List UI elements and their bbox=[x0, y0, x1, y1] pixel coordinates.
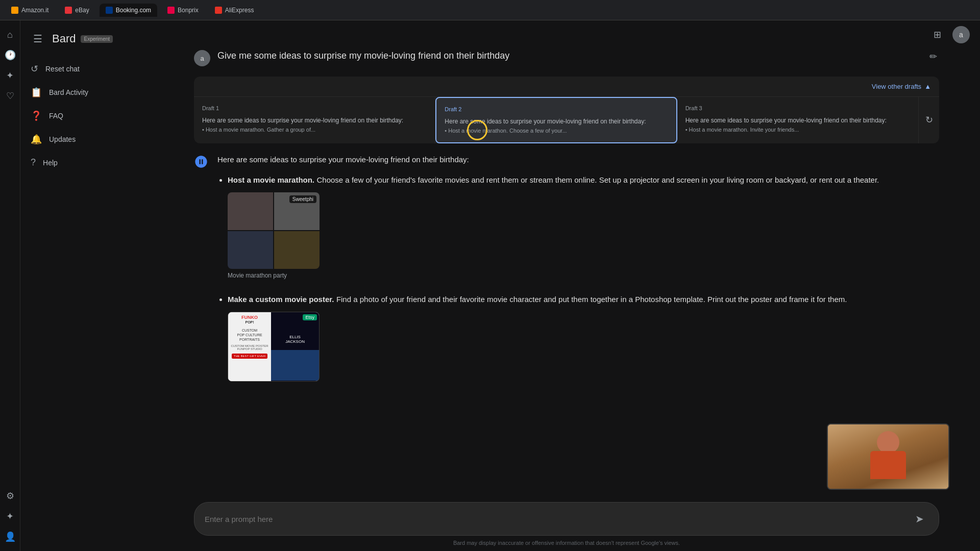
sidebar-item-bard-activity[interactable]: 📋 Bard Activity bbox=[20, 81, 153, 104]
draft-refresh-button[interactable]: ↻ bbox=[919, 97, 939, 143]
draft-2-label: Draft 2 bbox=[445, 105, 668, 114]
tab-aliexpress[interactable]: AliExpress bbox=[209, 4, 260, 17]
home-icon[interactable]: ⌂ bbox=[1, 26, 19, 44]
send-button[interactable]: ➤ bbox=[910, 510, 928, 528]
tab-aliexpress-label: AliExpress bbox=[225, 7, 254, 14]
drafts-section: View other drafts ▲ Draft 1 Here are som… bbox=[194, 77, 939, 143]
draft-3-text: Here are some ideas to surprise your mov… bbox=[685, 116, 910, 134]
etsy-badge: Etsy bbox=[303, 314, 317, 320]
response-bullet-2: Make a custom movie poster. Find a photo… bbox=[228, 293, 939, 382]
response-bullet-list: Host a movie marathon. Choose a few of y… bbox=[217, 174, 939, 382]
ebay-favicon bbox=[65, 7, 72, 14]
funko-detail: CUSTOM MOVIE POSTERFUNPOP STUDIO bbox=[231, 344, 268, 350]
edit-icon[interactable]: ✏ bbox=[927, 49, 939, 64]
person-head-shape bbox=[877, 431, 899, 454]
poster-image-wrapper: FUNKOPOP! CUSTOMPOP CULTUREPORTRAITS CUS… bbox=[228, 312, 320, 382]
drafts-grid: Draft 1 Here are some ideas to surprise … bbox=[194, 97, 939, 143]
person-torso bbox=[870, 451, 906, 479]
movie-marathon-image-container: Sweetphi Movie marathon party bbox=[228, 192, 320, 279]
app-layout: ⌂ 🕐 ✦ ♡ ⚙ ✦ 👤 ☰ Bard Experiment ↺ Reset … bbox=[0, 20, 980, 551]
grid-icon[interactable]: ⊞ bbox=[928, 26, 946, 44]
bonprix-favicon bbox=[167, 7, 175, 14]
tab-amazon-label: Amazon.it bbox=[21, 7, 48, 14]
draft-card-3[interactable]: Draft 3 Here are some ideas to surprise … bbox=[677, 97, 919, 143]
bard-response-row: Here are some ideas to surprise your mov… bbox=[194, 154, 939, 390]
draft-card-2[interactable]: Draft 2 Here are some ideas to surprise … bbox=[435, 97, 677, 143]
updates-icon: 🔔 bbox=[31, 134, 42, 145]
sidebar-item-help-label: Help bbox=[43, 159, 58, 167]
user-message-row: a Give me some ideas to surprise my movi… bbox=[194, 49, 939, 66]
movie-title: ELLISJACKSON bbox=[271, 333, 319, 346]
input-area: ➤ Bard may display inaccurate or offensi… bbox=[153, 494, 980, 551]
disclaimer-text: Bard may display inaccurate or offensive… bbox=[194, 540, 939, 546]
sidebar-item-help[interactable]: ? Help bbox=[20, 151, 153, 174]
input-box: ➤ bbox=[194, 502, 939, 536]
sidebar-item-faq[interactable]: ❓ FAQ bbox=[20, 104, 153, 128]
tab-amazon[interactable]: Amazon.it bbox=[5, 4, 55, 17]
booking-favicon bbox=[106, 7, 113, 14]
sidebar-item-updates[interactable]: 🔔 Updates bbox=[20, 128, 153, 151]
hamburger-button[interactable]: ☰ bbox=[29, 30, 47, 48]
sidebar-item-faq-label: FAQ bbox=[49, 112, 63, 120]
browser-chrome: Amazon.it eBay Booking.com Bonprix AliEx… bbox=[0, 0, 980, 20]
movie-visual bbox=[271, 350, 319, 381]
draft-3-preview: • Host a movie marathon. Invite your fri… bbox=[685, 127, 799, 133]
amazon-favicon bbox=[11, 7, 18, 14]
bullet-1-text: Choose a few of your friend's favorite m… bbox=[317, 176, 879, 184]
response-content: Here are some ideas to surprise your mov… bbox=[217, 154, 939, 390]
draft-2-preview: • Host a movie marathon. Choose a few of… bbox=[445, 128, 567, 134]
settings-icon[interactable]: ⚙ bbox=[1, 487, 19, 505]
funko-subtitle: CUSTOMPOP CULTUREPORTRAITS bbox=[237, 328, 262, 342]
faq-icon: ❓ bbox=[31, 110, 42, 121]
poster-image-container: FUNKOPOP! CUSTOMPOP CULTUREPORTRAITS CUS… bbox=[228, 312, 939, 382]
img-cell-1 bbox=[228, 192, 273, 230]
sidebar-item-reset-chat-label: Reset chat bbox=[45, 65, 80, 73]
response-intro: Here are some ideas to surprise your mov… bbox=[217, 154, 939, 166]
image-caption-1: Movie marathon party bbox=[228, 272, 320, 279]
poster-images: FUNKOPOP! CUSTOMPOP CULTUREPORTRAITS CUS… bbox=[228, 312, 319, 381]
user-avatar: a bbox=[194, 50, 210, 66]
funko-badge: THE BEST GIFT EVER bbox=[232, 354, 267, 359]
reset-chat-icon: ↺ bbox=[31, 63, 38, 74]
view-drafts-label: View other drafts bbox=[872, 83, 921, 90]
explore-icon[interactable]: ✦ bbox=[1, 66, 19, 85]
sidebar-item-bard-activity-label: Bard Activity bbox=[49, 88, 88, 96]
favorites-icon[interactable]: ♡ bbox=[1, 87, 19, 105]
movie-marathon-image: Sweetphi bbox=[228, 192, 320, 269]
video-overlay bbox=[827, 423, 949, 490]
prompt-input[interactable] bbox=[205, 515, 905, 523]
profile-icon[interactable]: 👤 bbox=[1, 528, 19, 546]
top-bar: ⊞ a bbox=[153, 20, 980, 49]
movie-poster: Etsy ELLISJACKSON bbox=[271, 312, 319, 381]
person-video bbox=[828, 424, 948, 489]
tab-ebay[interactable]: eBay bbox=[59, 4, 95, 17]
left-strip: ⌂ 🕐 ✦ ♡ ⚙ ✦ 👤 bbox=[0, 20, 20, 551]
draft-1-preview: • Host a movie marathon. Gather a group … bbox=[202, 127, 315, 133]
bard-logo: Bard bbox=[52, 32, 76, 45]
draft-2-text: Here are some ideas to surprise your mov… bbox=[445, 117, 668, 135]
tab-booking[interactable]: Booking.com bbox=[100, 4, 157, 17]
chevron-up-icon: ▲ bbox=[924, 83, 931, 90]
help-icon: ? bbox=[31, 157, 36, 168]
user-message-text: Give me some ideas to surprise my movie-… bbox=[217, 49, 920, 63]
aliexpress-favicon bbox=[215, 7, 222, 14]
image-source-badge-1: Sweetphi bbox=[289, 195, 316, 203]
img-cell-4 bbox=[274, 231, 320, 269]
bard-activity-icon: 📋 bbox=[31, 87, 42, 98]
sidebar-item-reset-chat[interactable]: ↺ Reset chat bbox=[20, 57, 153, 81]
bullet-2-text: Find a photo of your friend and their fa… bbox=[336, 295, 847, 304]
bullet-2-title: Make a custom movie poster. bbox=[228, 295, 334, 304]
draft-3-label: Draft 3 bbox=[685, 104, 910, 113]
draft-1-label: Draft 1 bbox=[202, 104, 427, 113]
view-other-drafts-button[interactable]: View other drafts ▲ bbox=[872, 83, 931, 90]
star-icon[interactable]: ✦ bbox=[1, 507, 19, 525]
bullet-1-title: Host a movie marathon. bbox=[228, 176, 314, 184]
recent-icon[interactable]: 🕐 bbox=[1, 46, 19, 64]
user-avatar-top[interactable]: a bbox=[952, 26, 970, 43]
video-background bbox=[828, 424, 948, 489]
tab-bonprix[interactable]: Bonprix bbox=[161, 4, 205, 17]
draft-card-1[interactable]: Draft 1 Here are some ideas to surprise … bbox=[194, 97, 435, 143]
response-bullet-1: Host a movie marathon. Choose a few of y… bbox=[228, 174, 939, 285]
tab-booking-label: Booking.com bbox=[116, 7, 151, 14]
tab-ebay-label: eBay bbox=[75, 7, 89, 14]
